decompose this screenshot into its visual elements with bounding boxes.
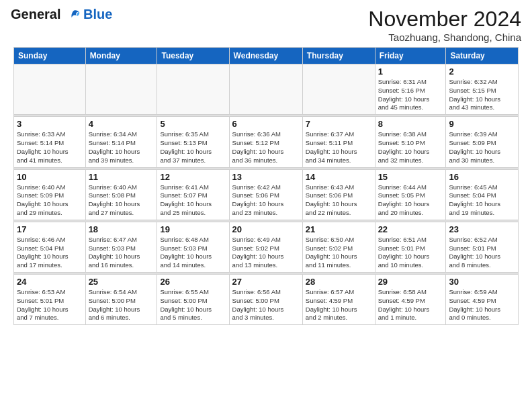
- day-cell-w5d1: 24Sunrise: 6:53 AM Sunset: 5:01 PM Dayli…: [14, 275, 86, 325]
- day-number-20: 20: [232, 224, 300, 234]
- day-number-8: 8: [378, 119, 443, 129]
- days-header-row: Sunday Monday Tuesday Wednesday Thursday…: [14, 48, 519, 64]
- logo: General Blue: [11, 7, 112, 23]
- day-info-4: Sunrise: 6:34 AM Sunset: 5:14 PM Dayligh…: [89, 130, 154, 165]
- day-number-25: 25: [89, 277, 154, 287]
- day-info-21: Sunrise: 6:50 AM Sunset: 5:02 PM Dayligh…: [306, 236, 372, 270]
- day-cell-w5d6: 29Sunrise: 6:58 AM Sunset: 4:59 PM Dayli…: [375, 275, 446, 325]
- day-cell-w4d5: 21Sunrise: 6:50 AM Sunset: 5:02 PM Dayli…: [302, 222, 375, 272]
- day-info-12: Sunrise: 6:41 AM Sunset: 5:07 PM Dayligh…: [160, 183, 226, 218]
- day-cell-w3d4: 13Sunrise: 6:42 AM Sunset: 5:06 PM Dayli…: [229, 169, 302, 220]
- header-tuesday: Tuesday: [157, 48, 229, 64]
- day-number-12: 12: [160, 172, 226, 182]
- day-cell-w2d4: 6Sunrise: 6:36 AM Sunset: 5:12 PM Daylig…: [229, 117, 302, 167]
- day-info-9: Sunrise: 6:39 AM Sunset: 5:09 PM Dayligh…: [449, 130, 515, 165]
- day-number-21: 21: [306, 224, 372, 234]
- day-info-1: Sunrise: 6:31 AM Sunset: 5:16 PM Dayligh…: [378, 78, 443, 112]
- day-cell-w3d3: 12Sunrise: 6:41 AM Sunset: 5:07 PM Dayli…: [157, 169, 229, 220]
- day-info-27: Sunrise: 6:56 AM Sunset: 5:00 PM Dayligh…: [232, 288, 300, 322]
- day-cell-w5d5: 28Sunrise: 6:57 AM Sunset: 4:59 PM Dayli…: [302, 275, 375, 325]
- day-cell-w1d5: [302, 64, 375, 115]
- header-sunday: Sunday: [14, 48, 86, 64]
- day-info-26: Sunrise: 6:55 AM Sunset: 5:00 PM Dayligh…: [160, 288, 226, 322]
- calendar: Sunday Monday Tuesday Wednesday Thursday…: [13, 47, 519, 325]
- day-cell-w4d3: 19Sunrise: 6:48 AM Sunset: 5:03 PM Dayli…: [157, 222, 229, 272]
- day-number-16: 16: [449, 172, 515, 182]
- day-info-29: Sunrise: 6:58 AM Sunset: 4:59 PM Dayligh…: [378, 288, 443, 322]
- header-friday: Friday: [375, 48, 446, 64]
- day-info-7: Sunrise: 6:37 AM Sunset: 5:11 PM Dayligh…: [306, 130, 372, 165]
- day-info-10: Sunrise: 6:40 AM Sunset: 5:09 PM Dayligh…: [17, 183, 83, 218]
- day-cell-w1d6: 1Sunrise: 6:31 AM Sunset: 5:16 PM Daylig…: [375, 64, 446, 115]
- week-row-5: 24Sunrise: 6:53 AM Sunset: 5:01 PM Dayli…: [14, 275, 519, 325]
- day-number-3: 3: [17, 119, 83, 129]
- week-row-3: 10Sunrise: 6:40 AM Sunset: 5:09 PM Dayli…: [14, 169, 519, 220]
- logo-general: General: [11, 7, 60, 21]
- day-cell-w2d3: 5Sunrise: 6:35 AM Sunset: 5:13 PM Daylig…: [157, 117, 229, 167]
- day-cell-w5d7: 30Sunrise: 6:59 AM Sunset: 4:59 PM Dayli…: [446, 275, 519, 325]
- week-row-2: 3Sunrise: 6:33 AM Sunset: 5:14 PM Daylig…: [14, 117, 519, 167]
- day-cell-w2d6: 8Sunrise: 6:38 AM Sunset: 5:10 PM Daylig…: [375, 117, 446, 167]
- day-info-19: Sunrise: 6:48 AM Sunset: 5:03 PM Dayligh…: [160, 236, 226, 270]
- header-thursday: Thursday: [302, 48, 375, 64]
- day-number-22: 22: [378, 224, 443, 234]
- week-row-1: 1Sunrise: 6:31 AM Sunset: 5:16 PM Daylig…: [14, 64, 519, 115]
- day-cell-w4d1: 17Sunrise: 6:46 AM Sunset: 5:04 PM Dayli…: [14, 222, 86, 272]
- day-cell-w2d5: 7Sunrise: 6:37 AM Sunset: 5:11 PM Daylig…: [302, 117, 375, 167]
- day-number-29: 29: [378, 277, 443, 287]
- day-info-14: Sunrise: 6:43 AM Sunset: 5:06 PM Dayligh…: [306, 183, 372, 218]
- day-info-13: Sunrise: 6:42 AM Sunset: 5:06 PM Dayligh…: [232, 183, 300, 218]
- day-number-4: 4: [89, 119, 154, 129]
- day-number-28: 28: [306, 277, 372, 287]
- day-cell-w3d2: 11Sunrise: 6:40 AM Sunset: 5:08 PM Dayli…: [85, 169, 157, 220]
- day-number-27: 27: [232, 277, 300, 287]
- day-info-18: Sunrise: 6:47 AM Sunset: 5:03 PM Dayligh…: [89, 236, 154, 270]
- day-number-17: 17: [17, 224, 83, 234]
- day-cell-w1d3: [157, 64, 229, 115]
- day-info-22: Sunrise: 6:51 AM Sunset: 5:01 PM Dayligh…: [378, 236, 443, 270]
- week-row-4: 17Sunrise: 6:46 AM Sunset: 5:04 PM Dayli…: [14, 222, 519, 272]
- day-info-16: Sunrise: 6:45 AM Sunset: 5:04 PM Dayligh…: [449, 183, 515, 218]
- day-number-23: 23: [449, 224, 515, 234]
- logo-bird-icon: [66, 8, 81, 23]
- day-number-14: 14: [306, 172, 372, 182]
- header: General Blue November 2024 Taozhuang, Sh…: [0, 0, 532, 47]
- month-title: November 2024: [368, 7, 521, 32]
- day-info-3: Sunrise: 6:33 AM Sunset: 5:14 PM Dayligh…: [17, 130, 83, 165]
- day-info-15: Sunrise: 6:44 AM Sunset: 5:05 PM Dayligh…: [378, 183, 443, 218]
- day-cell-w4d6: 22Sunrise: 6:51 AM Sunset: 5:01 PM Dayli…: [375, 222, 446, 272]
- day-number-19: 19: [160, 224, 226, 234]
- day-number-18: 18: [89, 224, 154, 234]
- day-info-24: Sunrise: 6:53 AM Sunset: 5:01 PM Dayligh…: [17, 288, 83, 322]
- day-info-30: Sunrise: 6:59 AM Sunset: 4:59 PM Dayligh…: [449, 288, 515, 322]
- day-cell-w4d7: 23Sunrise: 6:52 AM Sunset: 5:01 PM Dayli…: [446, 222, 519, 272]
- day-number-30: 30: [449, 277, 515, 287]
- header-wednesday: Wednesday: [229, 48, 302, 64]
- day-number-10: 10: [17, 172, 83, 182]
- day-info-17: Sunrise: 6:46 AM Sunset: 5:04 PM Dayligh…: [17, 236, 83, 270]
- day-cell-w5d2: 25Sunrise: 6:54 AM Sunset: 5:00 PM Dayli…: [85, 275, 157, 325]
- day-number-26: 26: [160, 277, 226, 287]
- title-area: November 2024 Taozhuang, Shandong, China: [368, 7, 521, 43]
- calendar-wrapper: Sunday Monday Tuesday Wednesday Thursday…: [0, 47, 532, 325]
- header-monday: Monday: [85, 48, 157, 64]
- location: Taozhuang, Shandong, China: [368, 32, 521, 43]
- day-number-6: 6: [232, 119, 300, 129]
- day-info-8: Sunrise: 6:38 AM Sunset: 5:10 PM Dayligh…: [378, 130, 443, 165]
- header-saturday: Saturday: [446, 48, 519, 64]
- day-cell-w5d4: 27Sunrise: 6:56 AM Sunset: 5:00 PM Dayli…: [229, 275, 302, 325]
- day-cell-w2d1: 3Sunrise: 6:33 AM Sunset: 5:14 PM Daylig…: [14, 117, 86, 167]
- day-cell-w1d7: 2Sunrise: 6:32 AM Sunset: 5:15 PM Daylig…: [446, 64, 519, 115]
- day-number-13: 13: [232, 172, 300, 182]
- day-cell-w1d4: [229, 64, 302, 115]
- day-number-11: 11: [89, 172, 154, 182]
- day-info-5: Sunrise: 6:35 AM Sunset: 5:13 PM Dayligh…: [160, 130, 226, 165]
- day-number-9: 9: [449, 119, 515, 129]
- day-cell-w3d6: 15Sunrise: 6:44 AM Sunset: 5:05 PM Dayli…: [375, 169, 446, 220]
- day-cell-w1d2: [85, 64, 157, 115]
- day-info-25: Sunrise: 6:54 AM Sunset: 5:00 PM Dayligh…: [89, 288, 154, 322]
- day-cell-w3d5: 14Sunrise: 6:43 AM Sunset: 5:06 PM Dayli…: [302, 169, 375, 220]
- day-info-20: Sunrise: 6:49 AM Sunset: 5:02 PM Dayligh…: [232, 236, 300, 270]
- day-number-24: 24: [17, 277, 83, 287]
- day-number-7: 7: [306, 119, 372, 129]
